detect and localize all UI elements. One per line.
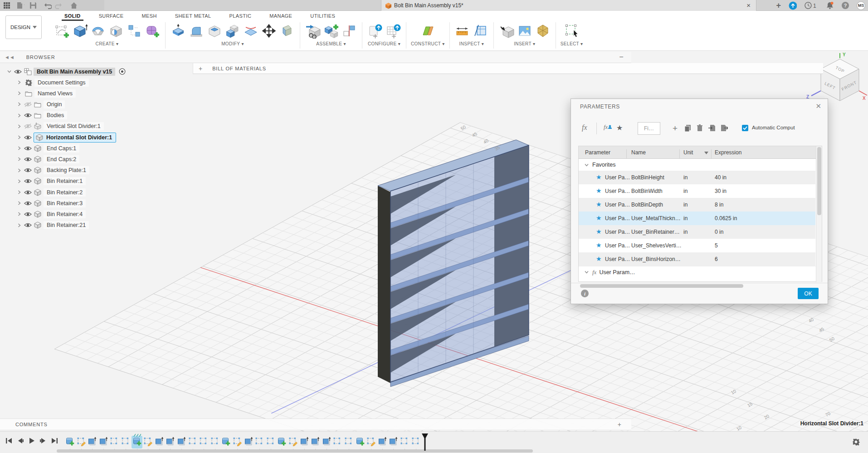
- ribbon-tab-sheet-metal[interactable]: SHEET METAL: [174, 12, 212, 20]
- timeline-feature-icon[interactable]: [210, 436, 220, 448]
- timeline-feature-icon[interactable]: [343, 436, 354, 448]
- comments-bar[interactable]: COMMENTS +: [0, 419, 631, 430]
- split-body-icon[interactable]: [243, 23, 259, 39]
- step-forward-button[interactable]: [39, 437, 47, 444]
- visibility-eye-icon[interactable]: [24, 188, 32, 197]
- timeline-feature-icon[interactable]: [198, 436, 209, 448]
- job-queue-icon[interactable]: 1: [805, 1, 818, 10]
- expand-chevron-icon[interactable]: [16, 79, 22, 87]
- expand-chevron-icon[interactable]: [16, 155, 22, 163]
- parameter-row[interactable]: ★ User Pa… BoltBinHeight in 40 in: [579, 171, 815, 184]
- file-menu-icon[interactable]: [16, 1, 24, 10]
- visibility-eye-icon[interactable]: [24, 177, 32, 185]
- form-icon[interactable]: [144, 23, 161, 39]
- revolve-icon[interactable]: [90, 23, 106, 39]
- timeline-feature-icon[interactable]: [187, 436, 198, 448]
- create-sketch-icon[interactable]: [54, 23, 70, 39]
- browser-item[interactable]: End Caps:2: [0, 154, 79, 164]
- browser-item[interactable]: Origin: [0, 99, 65, 109]
- user-parameters-group-row[interactable]: fx User Param…: [579, 266, 822, 278]
- timeline-extrude-icon[interactable]: [243, 436, 254, 448]
- expand-chevron-icon[interactable]: [16, 166, 22, 174]
- col-unit[interactable]: Unit: [683, 149, 693, 156]
- document-tab[interactable]: Bolt Bin Main Assembly v15* ×: [381, 0, 756, 11]
- move-icon[interactable]: [261, 23, 277, 39]
- expand-chevron-icon[interactable]: [16, 221, 22, 229]
- ribbon-group-label[interactable]: INSERT ▾: [514, 41, 535, 46]
- visibility-eye-icon[interactable]: [24, 100, 32, 108]
- timeline-feature-icon[interactable]: [410, 436, 421, 448]
- home-icon[interactable]: [70, 1, 78, 10]
- favorites-group-row[interactable]: Favorites: [579, 159, 822, 171]
- expand-chevron-icon[interactable]: [16, 122, 22, 130]
- timeline-playhead[interactable]: [421, 433, 429, 452]
- visibility-eye-icon[interactable]: [24, 133, 32, 142]
- add-comment-icon[interactable]: +: [618, 421, 621, 428]
- canvas-icon[interactable]: [517, 23, 533, 39]
- parameter-row[interactable]: ★ User Pa… User_MetalThickn… in 0.0625 i…: [579, 212, 815, 225]
- delete-face-icon[interactable]: [279, 23, 295, 39]
- favorite-star-icon[interactable]: ★: [596, 214, 602, 222]
- timeline-extrude-icon[interactable]: [388, 436, 399, 448]
- fillet-icon[interactable]: [188, 23, 205, 39]
- browser-item[interactable]: Named Views: [0, 88, 76, 98]
- add-tab-icon[interactable]: +: [199, 65, 202, 72]
- timeline-sketch-icon[interactable]: [366, 436, 376, 448]
- visibility-eye-icon[interactable]: [24, 199, 32, 207]
- select-icon[interactable]: [564, 23, 580, 39]
- undo-icon[interactable]: [44, 1, 52, 10]
- timeline-extrude-icon[interactable]: [165, 436, 176, 448]
- col-expression[interactable]: Expression: [715, 149, 741, 156]
- expand-chevron-icon[interactable]: [16, 89, 22, 98]
- minimize-panel-icon[interactable]: –: [619, 53, 623, 60]
- view-cube[interactable]: Y Z X TOP LEFT FRONT: [804, 52, 868, 105]
- ribbon-group-label[interactable]: ASSEMBLE ▾: [316, 41, 346, 46]
- parameter-row[interactable]: ★ User Pa… BoltBinDepth in 8 in: [579, 198, 815, 212]
- ribbon-tab-utilities[interactable]: UTILITIES: [309, 12, 336, 20]
- new-component-icon[interactable]: [305, 23, 321, 39]
- expand-chevron-icon[interactable]: [16, 210, 22, 218]
- visibility-eye-icon[interactable]: [24, 166, 32, 174]
- ribbon-group-label[interactable]: CONFIGURE ▾: [368, 41, 400, 46]
- ribbon-group-label[interactable]: SELECT ▾: [561, 41, 583, 46]
- construction-plane-icon[interactable]: [419, 23, 436, 39]
- help-icon[interactable]: ?: [842, 2, 849, 9]
- copy-parameter-icon[interactable]: [684, 124, 691, 132]
- favorite-star-icon[interactable]: ★: [596, 201, 602, 208]
- import-csv-icon[interactable]: [708, 124, 716, 132]
- cylinder-icon[interactable]: [108, 23, 124, 39]
- timeline-sketch-icon[interactable]: [232, 436, 243, 448]
- timeline-new-component-icon[interactable]: [276, 436, 287, 448]
- favorite-star-icon[interactable]: ★: [596, 241, 602, 249]
- pattern-icon[interactable]: [126, 23, 142, 39]
- configuration-icon[interactable]: [367, 23, 383, 39]
- parameter-row[interactable]: ★ User Pa… User_BinsHorizon… 6: [579, 252, 815, 266]
- redo-icon[interactable]: [54, 1, 63, 10]
- expand-chevron-icon[interactable]: [16, 177, 22, 185]
- delete-parameter-icon[interactable]: [697, 124, 703, 132]
- export-csv-icon[interactable]: [721, 124, 728, 132]
- ribbon-group-label[interactable]: INSPECT ▾: [459, 41, 484, 46]
- insert-derive-icon[interactable]: [498, 23, 515, 39]
- visibility-eye-icon[interactable]: [24, 122, 32, 130]
- measure-icon[interactable]: [454, 23, 471, 39]
- tab-bill-of-materials[interactable]: BILL OF MATERIALS: [212, 66, 266, 71]
- timeline-new-component-icon[interactable]: [220, 436, 231, 448]
- timeline-scrollbar[interactable]: [57, 449, 533, 453]
- favorite-star-icon[interactable]: ★: [596, 187, 602, 194]
- timeline-feature-icon[interactable]: [399, 436, 410, 448]
- ribbon-tab-manage[interactable]: MANAGE: [268, 12, 293, 20]
- go-to-start-button[interactable]: [5, 437, 13, 444]
- favorite-star-icon[interactable]: ★: [596, 255, 602, 262]
- timeline-extrude-icon[interactable]: [377, 436, 388, 448]
- timeline-extrude-icon[interactable]: [310, 436, 321, 448]
- shell-icon[interactable]: [206, 23, 223, 39]
- add-parameter-icon[interactable]: +: [673, 123, 678, 133]
- insert-mcmaster-icon[interactable]: [535, 23, 551, 39]
- timeline-settings-gear-icon[interactable]: [852, 438, 860, 446]
- expand-chevron-icon[interactable]: [16, 199, 22, 207]
- browser-item[interactable]: Bolt Bin Main Assembly v15: [0, 66, 128, 77]
- ok-button[interactable]: OK: [798, 288, 819, 299]
- job-status-icon[interactable]: [789, 1, 797, 10]
- timeline-new-component-icon[interactable]: [355, 436, 366, 448]
